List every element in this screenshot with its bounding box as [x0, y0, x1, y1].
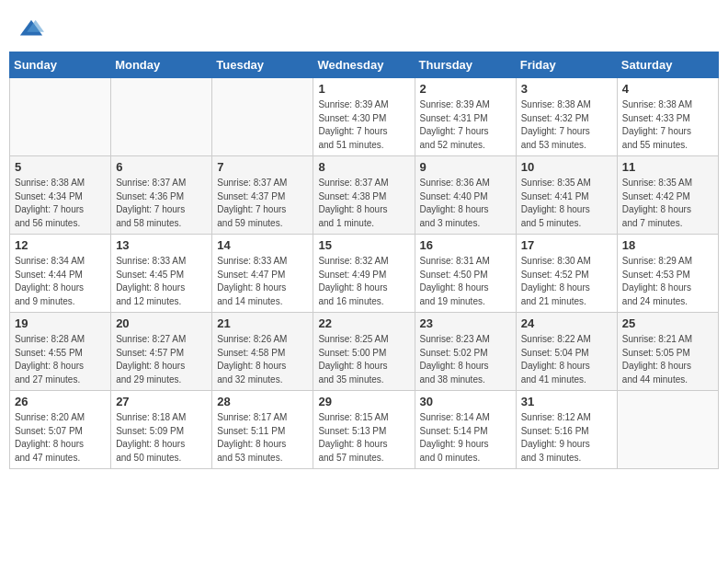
calendar-cell: 2Sunrise: 8:39 AM Sunset: 4:31 PM Daylig…	[415, 78, 516, 156]
day-number: 12	[15, 238, 106, 252]
day-info: Sunrise: 8:34 AM Sunset: 4:44 PM Dayligh…	[15, 255, 106, 308]
day-number: 21	[217, 316, 308, 330]
calendar-cell: 4Sunrise: 8:38 AM Sunset: 4:33 PM Daylig…	[617, 78, 718, 156]
day-number: 26	[15, 395, 106, 408]
logo	[18, 17, 46, 42]
day-number: 25	[622, 316, 713, 330]
weekday-header-cell: Friday	[516, 52, 617, 78]
day-info: Sunrise: 8:18 AM Sunset: 5:09 PM Dayligh…	[116, 411, 207, 465]
calendar-cell: 7Sunrise: 8:37 AM Sunset: 4:37 PM Daylig…	[212, 156, 313, 235]
day-number: 7	[217, 160, 308, 174]
day-number: 28	[217, 395, 308, 408]
day-info: Sunrise: 8:33 AM Sunset: 4:45 PM Dayligh…	[116, 255, 207, 308]
calendar-cell: 8Sunrise: 8:37 AM Sunset: 4:38 PM Daylig…	[313, 156, 415, 235]
day-number: 11	[622, 160, 713, 174]
day-number: 10	[521, 160, 612, 174]
day-number: 18	[622, 238, 713, 252]
calendar-cell: 17Sunrise: 8:30 AM Sunset: 4:52 PM Dayli…	[516, 235, 617, 313]
calendar-cell: 3Sunrise: 8:38 AM Sunset: 4:32 PM Daylig…	[516, 78, 617, 156]
day-info: Sunrise: 8:38 AM Sunset: 4:34 PM Dayligh…	[15, 177, 106, 230]
day-info: Sunrise: 8:32 AM Sunset: 4:49 PM Dayligh…	[318, 255, 409, 308]
calendar-cell: 15Sunrise: 8:32 AM Sunset: 4:49 PM Dayli…	[313, 235, 415, 313]
day-info: Sunrise: 8:39 AM Sunset: 4:31 PM Dayligh…	[420, 98, 511, 152]
calendar-cell: 27Sunrise: 8:18 AM Sunset: 5:09 PM Dayli…	[111, 391, 212, 469]
day-number: 31	[521, 395, 612, 408]
page-header	[9, 9, 719, 46]
calendar-cell: 22Sunrise: 8:25 AM Sunset: 5:00 PM Dayli…	[313, 313, 415, 391]
day-info: Sunrise: 8:38 AM Sunset: 4:33 PM Dayligh…	[622, 98, 713, 152]
day-info: Sunrise: 8:28 AM Sunset: 4:55 PM Dayligh…	[15, 333, 106, 386]
day-info: Sunrise: 8:31 AM Sunset: 4:50 PM Dayligh…	[420, 255, 511, 308]
day-number: 23	[420, 316, 511, 330]
calendar-cell: 14Sunrise: 8:33 AM Sunset: 4:47 PM Dayli…	[212, 235, 313, 313]
day-number: 5	[15, 160, 106, 174]
day-number: 22	[318, 316, 409, 330]
calendar-cell: 6Sunrise: 8:37 AM Sunset: 4:36 PM Daylig…	[111, 156, 212, 235]
calendar-cell: 11Sunrise: 8:35 AM Sunset: 4:42 PM Dayli…	[617, 156, 718, 235]
day-info: Sunrise: 8:27 AM Sunset: 4:57 PM Dayligh…	[116, 333, 207, 386]
calendar-cell	[617, 391, 718, 469]
day-info: Sunrise: 8:29 AM Sunset: 4:53 PM Dayligh…	[622, 255, 713, 308]
calendar-cell: 20Sunrise: 8:27 AM Sunset: 4:57 PM Dayli…	[111, 313, 212, 391]
calendar-cell: 28Sunrise: 8:17 AM Sunset: 5:11 PM Dayli…	[212, 391, 313, 469]
day-info: Sunrise: 8:36 AM Sunset: 4:40 PM Dayligh…	[420, 177, 511, 230]
day-info: Sunrise: 8:35 AM Sunset: 4:41 PM Dayligh…	[521, 177, 612, 230]
day-number: 2	[420, 82, 511, 96]
calendar-cell: 18Sunrise: 8:29 AM Sunset: 4:53 PM Dayli…	[617, 235, 718, 313]
calendar-cell: 30Sunrise: 8:14 AM Sunset: 5:14 PM Dayli…	[415, 391, 516, 469]
weekday-header-cell: Tuesday	[212, 52, 313, 78]
day-info: Sunrise: 8:25 AM Sunset: 5:00 PM Dayligh…	[318, 333, 409, 386]
calendar-table: SundayMondayTuesdayWednesdayThursdayFrid…	[9, 52, 719, 469]
weekday-header-cell: Saturday	[617, 52, 718, 78]
day-info: Sunrise: 8:23 AM Sunset: 5:02 PM Dayligh…	[420, 333, 511, 386]
day-info: Sunrise: 8:12 AM Sunset: 5:16 PM Dayligh…	[521, 411, 612, 465]
day-number: 13	[116, 238, 207, 252]
calendar-cell: 5Sunrise: 8:38 AM Sunset: 4:34 PM Daylig…	[10, 156, 111, 235]
calendar-cell	[212, 78, 313, 156]
day-info: Sunrise: 8:37 AM Sunset: 4:38 PM Dayligh…	[318, 177, 409, 230]
calendar-cell: 21Sunrise: 8:26 AM Sunset: 4:58 PM Dayli…	[212, 313, 313, 391]
day-number: 29	[318, 395, 409, 408]
day-number: 30	[420, 395, 511, 408]
calendar-cell: 25Sunrise: 8:21 AM Sunset: 5:05 PM Dayli…	[617, 313, 718, 391]
day-info: Sunrise: 8:17 AM Sunset: 5:11 PM Dayligh…	[217, 411, 308, 465]
weekday-header-row: SundayMondayTuesdayWednesdayThursdayFrid…	[10, 52, 719, 78]
day-number: 15	[318, 238, 409, 252]
day-number: 27	[116, 395, 207, 408]
day-info: Sunrise: 8:37 AM Sunset: 4:37 PM Dayligh…	[217, 177, 308, 230]
calendar-cell: 13Sunrise: 8:33 AM Sunset: 4:45 PM Dayli…	[111, 235, 212, 313]
calendar-cell: 12Sunrise: 8:34 AM Sunset: 4:44 PM Dayli…	[10, 235, 111, 313]
day-number: 8	[318, 160, 409, 174]
weekday-header-cell: Sunday	[10, 52, 111, 78]
day-info: Sunrise: 8:35 AM Sunset: 4:42 PM Dayligh…	[622, 177, 713, 230]
calendar-week-row: 1Sunrise: 8:39 AM Sunset: 4:30 PM Daylig…	[10, 78, 719, 156]
day-info: Sunrise: 8:22 AM Sunset: 5:04 PM Dayligh…	[521, 333, 612, 386]
day-number: 19	[15, 316, 106, 330]
logo-icon	[18, 17, 44, 42]
day-number: 24	[521, 316, 612, 330]
weekday-header-cell: Wednesday	[313, 52, 415, 78]
calendar-cell: 29Sunrise: 8:15 AM Sunset: 5:13 PM Dayli…	[313, 391, 415, 469]
weekday-header-cell: Thursday	[415, 52, 516, 78]
day-number: 17	[521, 238, 612, 252]
day-info: Sunrise: 8:15 AM Sunset: 5:13 PM Dayligh…	[318, 411, 409, 465]
calendar-cell	[111, 78, 212, 156]
day-info: Sunrise: 8:38 AM Sunset: 4:32 PM Dayligh…	[521, 98, 612, 152]
day-number: 3	[521, 82, 612, 96]
calendar-cell: 19Sunrise: 8:28 AM Sunset: 4:55 PM Dayli…	[10, 313, 111, 391]
day-info: Sunrise: 8:26 AM Sunset: 4:58 PM Dayligh…	[217, 333, 308, 386]
day-info: Sunrise: 8:39 AM Sunset: 4:30 PM Dayligh…	[318, 98, 409, 152]
calendar-week-row: 26Sunrise: 8:20 AM Sunset: 5:07 PM Dayli…	[10, 391, 719, 469]
calendar-cell: 31Sunrise: 8:12 AM Sunset: 5:16 PM Dayli…	[516, 391, 617, 469]
day-info: Sunrise: 8:33 AM Sunset: 4:47 PM Dayligh…	[217, 255, 308, 308]
calendar-cell: 10Sunrise: 8:35 AM Sunset: 4:41 PM Dayli…	[516, 156, 617, 235]
day-number: 9	[420, 160, 511, 174]
calendar-cell: 24Sunrise: 8:22 AM Sunset: 5:04 PM Dayli…	[516, 313, 617, 391]
weekday-header-cell: Monday	[111, 52, 212, 78]
calendar-week-row: 5Sunrise: 8:38 AM Sunset: 4:34 PM Daylig…	[10, 156, 719, 235]
day-info: Sunrise: 8:14 AM Sunset: 5:14 PM Dayligh…	[420, 411, 511, 465]
day-number: 20	[116, 316, 207, 330]
day-info: Sunrise: 8:20 AM Sunset: 5:07 PM Dayligh…	[15, 411, 106, 465]
calendar-cell: 9Sunrise: 8:36 AM Sunset: 4:40 PM Daylig…	[415, 156, 516, 235]
day-info: Sunrise: 8:21 AM Sunset: 5:05 PM Dayligh…	[622, 333, 713, 386]
